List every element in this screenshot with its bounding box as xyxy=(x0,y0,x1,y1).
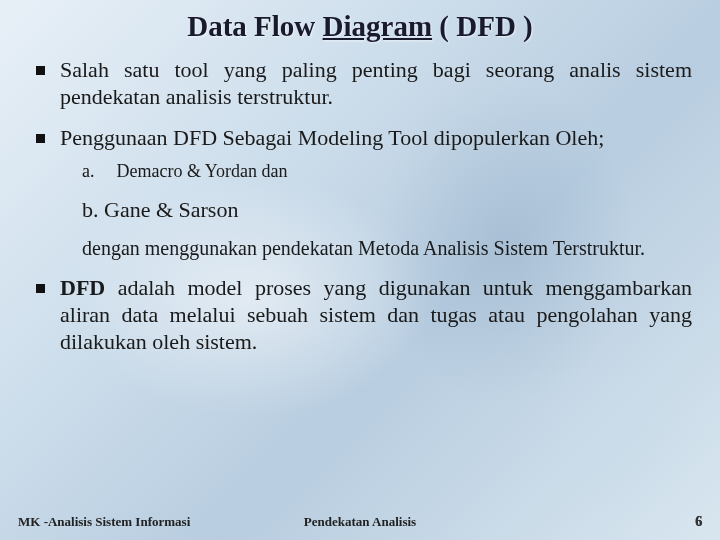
subitem-a: a. Demacro & Yordan dan xyxy=(82,161,692,183)
subitem-a-text: Demacro & Yordan dan xyxy=(117,161,288,181)
bullet-2-text: Penggunaan DFD Sebagai Modeling Tool dip… xyxy=(60,125,604,150)
paragraph: dengan menggunakan pendekatan Metoda Ana… xyxy=(82,236,692,261)
bullet-2: Penggunaan DFD Sebagai Modeling Tool dip… xyxy=(34,125,692,262)
bullet-1: Salah satu tool yang paling penting bagi… xyxy=(34,57,692,111)
bullet-3-bold: DFD xyxy=(60,275,105,300)
bullet-1-text: Salah satu tool yang paling penting bagi… xyxy=(60,57,692,109)
subitem-b-text: Gane & Sarson xyxy=(104,197,238,222)
bullet-3-rest: adalah model proses yang digunakan untuk… xyxy=(60,275,692,354)
footer: MK -Analisis Sistem Informasi Pendekatan… xyxy=(0,514,720,530)
bullet-3: DFD adalah model proses yang digunakan u… xyxy=(34,275,692,355)
slide-container: Data Flow Diagram ( DFD ) Salah satu too… xyxy=(0,0,720,540)
subitem-a-label: a. xyxy=(82,161,112,183)
page-number: 6 xyxy=(695,514,702,530)
main-list: Salah satu tool yang paling penting bagi… xyxy=(34,57,692,356)
subitem-b-label: b. xyxy=(82,197,99,222)
title-prefix: Data Flow xyxy=(187,10,322,42)
footer-left: MK -Analisis Sistem Informasi xyxy=(18,514,190,530)
title-suffix: ( DFD ) xyxy=(432,10,533,42)
slide-title: Data Flow Diagram ( DFD ) xyxy=(28,10,692,43)
subitem-b: b. Gane & Sarson xyxy=(82,197,692,224)
sublist: a. Demacro & Yordan dan b. Gane & Sarson xyxy=(82,161,692,224)
footer-center: Pendekatan Analisis xyxy=(304,514,416,530)
title-underline: Diagram xyxy=(323,10,433,42)
